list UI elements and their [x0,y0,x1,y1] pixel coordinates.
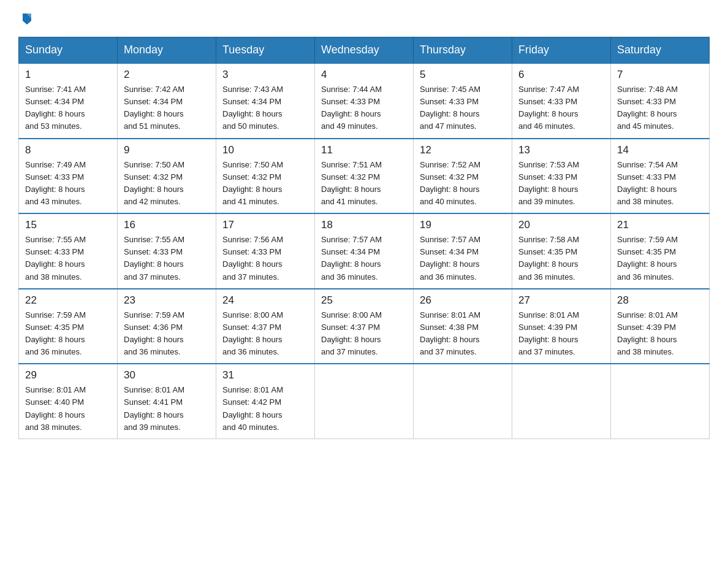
logo [18,12,34,26]
calendar-cell: 22 Sunrise: 7:59 AM Sunset: 4:35 PM Dayl… [19,289,118,364]
calendar-cell: 24 Sunrise: 8:00 AM Sunset: 4:37 PM Dayl… [216,289,315,364]
day-number: 31 [222,369,308,381]
logo-arrow-icon [20,12,34,28]
day-info: Sunrise: 7:49 AM Sunset: 4:33 PM Dayligh… [25,159,111,209]
calendar-body: 1 Sunrise: 7:41 AM Sunset: 4:34 PM Dayli… [19,63,710,439]
day-number: 10 [222,144,308,156]
day-info: Sunrise: 7:48 AM Sunset: 4:33 PM Dayligh… [617,83,703,133]
calendar-cell: 21 Sunrise: 7:59 AM Sunset: 4:35 PM Dayl… [611,213,710,289]
day-number: 29 [25,369,111,381]
day-info: Sunrise: 7:44 AM Sunset: 4:33 PM Dayligh… [321,83,407,133]
calendar-cell [315,364,414,439]
day-number: 11 [321,144,407,156]
day-number: 26 [420,294,506,307]
day-info: Sunrise: 8:01 AM Sunset: 4:41 PM Dayligh… [124,384,210,434]
calendar-cell: 17 Sunrise: 7:56 AM Sunset: 4:33 PM Dayl… [216,213,315,289]
day-info: Sunrise: 7:51 AM Sunset: 4:32 PM Dayligh… [321,159,407,209]
day-info: Sunrise: 7:47 AM Sunset: 4:33 PM Dayligh… [518,83,604,133]
day-info: Sunrise: 8:01 AM Sunset: 4:38 PM Dayligh… [420,309,506,359]
calendar-table: SundayMondayTuesdayWednesdayThursdayFrid… [18,37,710,439]
calendar-cell: 6 Sunrise: 7:47 AM Sunset: 4:33 PM Dayli… [512,63,611,139]
day-info: Sunrise: 8:00 AM Sunset: 4:37 PM Dayligh… [321,309,407,359]
weekday-wednesday: Wednesday [315,37,414,64]
weekday-saturday: Saturday [611,37,710,64]
day-info: Sunrise: 8:01 AM Sunset: 4:39 PM Dayligh… [617,309,703,359]
calendar-cell: 13 Sunrise: 7:53 AM Sunset: 4:33 PM Dayl… [512,139,611,214]
weekday-friday: Friday [512,37,611,64]
day-info: Sunrise: 7:54 AM Sunset: 4:33 PM Dayligh… [617,159,703,209]
calendar-week-5: 29 Sunrise: 8:01 AM Sunset: 4:40 PM Dayl… [19,364,710,439]
day-number: 13 [518,144,604,156]
day-number: 4 [321,69,407,81]
calendar-cell: 25 Sunrise: 8:00 AM Sunset: 4:37 PM Dayl… [315,289,414,364]
day-info: Sunrise: 7:59 AM Sunset: 4:35 PM Dayligh… [617,234,703,283]
calendar-cell: 23 Sunrise: 7:59 AM Sunset: 4:36 PM Dayl… [118,289,216,364]
day-info: Sunrise: 7:53 AM Sunset: 4:33 PM Dayligh… [518,159,604,209]
day-number: 19 [420,219,506,231]
day-info: Sunrise: 7:57 AM Sunset: 4:34 PM Dayligh… [420,234,506,283]
day-info: Sunrise: 7:59 AM Sunset: 4:36 PM Dayligh… [124,309,210,359]
day-number: 24 [222,294,308,307]
calendar-cell: 18 Sunrise: 7:57 AM Sunset: 4:34 PM Dayl… [315,213,414,289]
calendar-cell: 16 Sunrise: 7:55 AM Sunset: 4:33 PM Dayl… [118,213,216,289]
day-info: Sunrise: 8:01 AM Sunset: 4:39 PM Dayligh… [518,309,604,359]
day-info: Sunrise: 7:41 AM Sunset: 4:34 PM Dayligh… [25,83,111,133]
calendar-cell: 28 Sunrise: 8:01 AM Sunset: 4:39 PM Dayl… [611,289,710,364]
calendar-week-3: 15 Sunrise: 7:55 AM Sunset: 4:33 PM Dayl… [19,213,710,289]
calendar-cell: 5 Sunrise: 7:45 AM Sunset: 4:33 PM Dayli… [414,63,512,139]
weekday-sunday: Sunday [19,37,118,64]
day-info: Sunrise: 7:43 AM Sunset: 4:34 PM Dayligh… [222,83,308,133]
calendar-cell [512,364,611,439]
calendar-cell: 11 Sunrise: 7:51 AM Sunset: 4:32 PM Dayl… [315,139,414,214]
day-info: Sunrise: 7:56 AM Sunset: 4:33 PM Dayligh… [222,234,308,283]
day-info: Sunrise: 8:01 AM Sunset: 4:42 PM Dayligh… [222,384,308,434]
calendar-cell [611,364,710,439]
day-info: Sunrise: 7:58 AM Sunset: 4:35 PM Dayligh… [518,234,604,283]
day-number: 3 [222,69,308,81]
calendar-cell: 10 Sunrise: 7:50 AM Sunset: 4:32 PM Dayl… [216,139,315,214]
calendar-week-2: 8 Sunrise: 7:49 AM Sunset: 4:33 PM Dayli… [19,139,710,214]
calendar-cell: 27 Sunrise: 8:01 AM Sunset: 4:39 PM Dayl… [512,289,611,364]
calendar-cell: 7 Sunrise: 7:48 AM Sunset: 4:33 PM Dayli… [611,63,710,139]
page-header [18,12,710,26]
calendar-cell: 20 Sunrise: 7:58 AM Sunset: 4:35 PM Dayl… [512,213,611,289]
day-info: Sunrise: 7:50 AM Sunset: 4:32 PM Dayligh… [222,159,308,209]
day-number: 9 [124,144,210,156]
weekday-tuesday: Tuesday [216,37,315,64]
day-number: 1 [25,69,111,81]
day-info: Sunrise: 7:45 AM Sunset: 4:33 PM Dayligh… [420,83,506,133]
day-number: 16 [124,219,210,231]
day-number: 18 [321,219,407,231]
day-number: 6 [518,69,604,81]
day-number: 27 [518,294,604,307]
day-number: 17 [222,219,308,231]
day-info: Sunrise: 7:42 AM Sunset: 4:34 PM Dayligh… [124,83,210,133]
calendar-cell: 3 Sunrise: 7:43 AM Sunset: 4:34 PM Dayli… [216,63,315,139]
day-info: Sunrise: 7:55 AM Sunset: 4:33 PM Dayligh… [124,234,210,283]
calendar-cell: 9 Sunrise: 7:50 AM Sunset: 4:32 PM Dayli… [118,139,216,214]
day-number: 21 [617,219,703,231]
day-info: Sunrise: 7:52 AM Sunset: 4:32 PM Dayligh… [420,159,506,209]
weekday-header-row: SundayMondayTuesdayWednesdayThursdayFrid… [19,37,710,64]
day-info: Sunrise: 7:50 AM Sunset: 4:32 PM Dayligh… [124,159,210,209]
day-number: 23 [124,294,210,307]
calendar-cell: 12 Sunrise: 7:52 AM Sunset: 4:32 PM Dayl… [414,139,512,214]
calendar-cell: 8 Sunrise: 7:49 AM Sunset: 4:33 PM Dayli… [19,139,118,214]
day-info: Sunrise: 7:57 AM Sunset: 4:34 PM Dayligh… [321,234,407,283]
day-number: 5 [420,69,506,81]
day-info: Sunrise: 7:59 AM Sunset: 4:35 PM Dayligh… [25,309,111,359]
calendar-week-1: 1 Sunrise: 7:41 AM Sunset: 4:34 PM Dayli… [19,63,710,139]
day-number: 28 [617,294,703,307]
calendar-cell: 14 Sunrise: 7:54 AM Sunset: 4:33 PM Dayl… [611,139,710,214]
day-number: 20 [518,219,604,231]
calendar-cell: 1 Sunrise: 7:41 AM Sunset: 4:34 PM Dayli… [19,63,118,139]
calendar-cell: 31 Sunrise: 8:01 AM Sunset: 4:42 PM Dayl… [216,364,315,439]
day-info: Sunrise: 8:00 AM Sunset: 4:37 PM Dayligh… [222,309,308,359]
weekday-thursday: Thursday [414,37,512,64]
day-number: 25 [321,294,407,307]
calendar-cell: 4 Sunrise: 7:44 AM Sunset: 4:33 PM Dayli… [315,63,414,139]
calendar-cell: 2 Sunrise: 7:42 AM Sunset: 4:34 PM Dayli… [118,63,216,139]
day-number: 8 [25,144,111,156]
calendar-header: SundayMondayTuesdayWednesdayThursdayFrid… [19,37,710,64]
calendar-cell: 15 Sunrise: 7:55 AM Sunset: 4:33 PM Dayl… [19,213,118,289]
